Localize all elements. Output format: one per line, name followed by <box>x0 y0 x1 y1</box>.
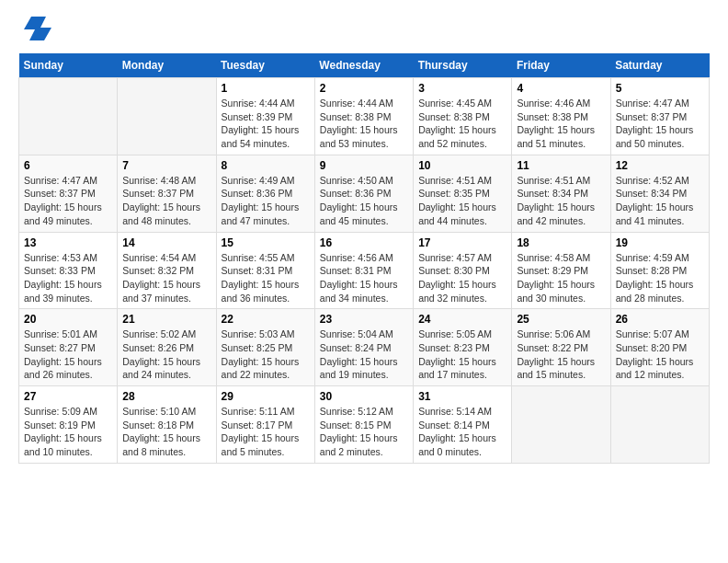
day-info: Sunrise: 5:03 AMSunset: 8:25 PMDaylight:… <box>222 327 310 382</box>
day-info: Sunrise: 4:56 AMSunset: 8:31 PMDaylight:… <box>320 251 408 305</box>
logo-icon <box>22 15 51 44</box>
calendar-cell: 16Sunrise: 4:56 AMSunset: 8:31 PMDayligh… <box>314 232 413 309</box>
day-info: Sunrise: 5:06 AMSunset: 8:22 PMDaylight:… <box>517 327 605 382</box>
day-info: Sunrise: 4:51 AMSunset: 8:35 PMDaylight:… <box>418 174 506 228</box>
day-info: Sunrise: 4:49 AMSunset: 8:36 PMDaylight:… <box>222 174 310 228</box>
day-number: 25 <box>517 313 605 326</box>
day-info: Sunrise: 4:51 AMSunset: 8:34 PMDaylight:… <box>517 174 605 228</box>
calendar-week-2: 6Sunrise: 4:47 AMSunset: 8:37 PMDaylight… <box>19 155 710 232</box>
calendar-cell: 1Sunrise: 4:44 AMSunset: 8:39 PMDaylight… <box>216 78 314 155</box>
day-info: Sunrise: 4:47 AMSunset: 8:37 PMDaylight:… <box>24 174 112 228</box>
calendar-cell <box>610 386 709 464</box>
day-number: 8 <box>222 159 310 172</box>
calendar-header-row: SundayMondayTuesdayWednesdayThursdayFrid… <box>19 53 710 78</box>
calendar-cell: 7Sunrise: 4:48 AMSunset: 8:37 PMDaylight… <box>118 155 216 232</box>
day-info: Sunrise: 4:53 AMSunset: 8:33 PMDaylight:… <box>24 251 112 305</box>
calendar-cell: 23Sunrise: 5:04 AMSunset: 8:24 PMDayligh… <box>314 309 413 386</box>
day-info: Sunrise: 5:12 AMSunset: 8:15 PMDaylight:… <box>320 405 408 459</box>
day-number: 23 <box>320 313 408 326</box>
calendar-cell: 9Sunrise: 4:50 AMSunset: 8:36 PMDaylight… <box>314 155 413 232</box>
calendar-cell: 13Sunrise: 4:53 AMSunset: 8:33 PMDayligh… <box>19 232 118 309</box>
calendar-cell: 15Sunrise: 4:55 AMSunset: 8:31 PMDayligh… <box>216 232 314 309</box>
day-info: Sunrise: 4:57 AMSunset: 8:30 PMDaylight:… <box>418 251 506 305</box>
weekday-header-friday: Friday <box>512 53 610 78</box>
calendar-cell: 14Sunrise: 4:54 AMSunset: 8:32 PMDayligh… <box>118 232 216 309</box>
weekday-header-thursday: Thursday <box>414 53 512 78</box>
day-number: 21 <box>122 313 210 326</box>
calendar-cell: 31Sunrise: 5:14 AMSunset: 8:14 PMDayligh… <box>414 386 512 464</box>
calendar-cell: 3Sunrise: 4:45 AMSunset: 8:38 PMDaylight… <box>414 78 512 155</box>
day-number: 2 <box>320 82 408 95</box>
calendar-cell: 20Sunrise: 5:01 AMSunset: 8:27 PMDayligh… <box>19 309 118 386</box>
logo <box>18 18 51 44</box>
day-info: Sunrise: 5:04 AMSunset: 8:24 PMDaylight:… <box>320 327 408 382</box>
calendar-cell <box>19 78 118 155</box>
calendar-cell: 11Sunrise: 4:51 AMSunset: 8:34 PMDayligh… <box>512 155 610 232</box>
day-info: Sunrise: 4:46 AMSunset: 8:38 PMDaylight:… <box>517 97 605 151</box>
calendar-cell: 25Sunrise: 5:06 AMSunset: 8:22 PMDayligh… <box>512 309 610 386</box>
calendar-cell: 17Sunrise: 4:57 AMSunset: 8:30 PMDayligh… <box>414 232 512 309</box>
day-number: 18 <box>517 236 605 249</box>
calendar-week-1: 1Sunrise: 4:44 AMSunset: 8:39 PMDaylight… <box>19 78 710 155</box>
calendar-cell: 30Sunrise: 5:12 AMSunset: 8:15 PMDayligh… <box>314 386 413 464</box>
calendar-cell: 26Sunrise: 5:07 AMSunset: 8:20 PMDayligh… <box>610 309 709 386</box>
calendar-week-4: 20Sunrise: 5:01 AMSunset: 8:27 PMDayligh… <box>19 309 710 386</box>
svg-marker-0 <box>24 17 51 40</box>
calendar-week-5: 27Sunrise: 5:09 AMSunset: 8:19 PMDayligh… <box>19 386 710 464</box>
day-number: 15 <box>222 236 310 249</box>
calendar-cell: 21Sunrise: 5:02 AMSunset: 8:26 PMDayligh… <box>118 309 216 386</box>
day-info: Sunrise: 4:47 AMSunset: 8:37 PMDaylight:… <box>616 97 704 151</box>
day-info: Sunrise: 4:58 AMSunset: 8:29 PMDaylight:… <box>517 251 605 305</box>
day-info: Sunrise: 5:05 AMSunset: 8:23 PMDaylight:… <box>418 327 506 382</box>
day-info: Sunrise: 4:48 AMSunset: 8:37 PMDaylight:… <box>122 174 210 228</box>
day-number: 30 <box>320 390 408 403</box>
day-number: 17 <box>418 236 506 249</box>
day-number: 9 <box>320 159 408 172</box>
day-info: Sunrise: 4:52 AMSunset: 8:34 PMDaylight:… <box>616 174 704 228</box>
calendar-cell: 27Sunrise: 5:09 AMSunset: 8:19 PMDayligh… <box>19 386 118 464</box>
day-number: 7 <box>122 159 210 172</box>
day-number: 27 <box>24 390 112 403</box>
day-number: 26 <box>616 313 704 326</box>
day-number: 10 <box>418 159 506 172</box>
day-info: Sunrise: 4:54 AMSunset: 8:32 PMDaylight:… <box>122 251 210 305</box>
day-number: 6 <box>24 159 112 172</box>
calendar-cell: 10Sunrise: 4:51 AMSunset: 8:35 PMDayligh… <box>414 155 512 232</box>
day-info: Sunrise: 4:45 AMSunset: 8:38 PMDaylight:… <box>418 97 506 151</box>
calendar-body: 1Sunrise: 4:44 AMSunset: 8:39 PMDaylight… <box>19 78 710 464</box>
day-number: 24 <box>418 313 506 326</box>
day-info: Sunrise: 5:11 AMSunset: 8:17 PMDaylight:… <box>222 405 310 459</box>
calendar-cell <box>512 386 610 464</box>
day-number: 3 <box>418 82 506 95</box>
calendar-cell: 18Sunrise: 4:58 AMSunset: 8:29 PMDayligh… <box>512 232 610 309</box>
calendar-cell: 29Sunrise: 5:11 AMSunset: 8:17 PMDayligh… <box>216 386 314 464</box>
weekday-header-saturday: Saturday <box>610 53 709 78</box>
day-number: 14 <box>122 236 210 249</box>
calendar-cell: 2Sunrise: 4:44 AMSunset: 8:38 PMDaylight… <box>314 78 413 155</box>
day-info: Sunrise: 5:02 AMSunset: 8:26 PMDaylight:… <box>122 327 210 382</box>
calendar-cell: 28Sunrise: 5:10 AMSunset: 8:18 PMDayligh… <box>118 386 216 464</box>
day-info: Sunrise: 4:59 AMSunset: 8:28 PMDaylight:… <box>616 251 704 305</box>
day-number: 4 <box>517 82 605 95</box>
day-number: 20 <box>24 313 112 326</box>
day-number: 31 <box>418 390 506 403</box>
day-info: Sunrise: 4:50 AMSunset: 8:36 PMDaylight:… <box>320 174 408 228</box>
day-number: 12 <box>616 159 704 172</box>
calendar-cell: 4Sunrise: 4:46 AMSunset: 8:38 PMDaylight… <box>512 78 610 155</box>
calendar-cell: 5Sunrise: 4:47 AMSunset: 8:37 PMDaylight… <box>610 78 709 155</box>
calendar-cell <box>118 78 216 155</box>
day-number: 22 <box>222 313 310 326</box>
day-number: 19 <box>616 236 704 249</box>
day-number: 16 <box>320 236 408 249</box>
calendar-week-3: 13Sunrise: 4:53 AMSunset: 8:33 PMDayligh… <box>19 232 710 309</box>
weekday-header-sunday: Sunday <box>19 53 118 78</box>
day-number: 13 <box>24 236 112 249</box>
day-number: 29 <box>222 390 310 403</box>
weekday-header-wednesday: Wednesday <box>314 53 413 78</box>
day-number: 5 <box>616 82 704 95</box>
day-info: Sunrise: 5:01 AMSunset: 8:27 PMDaylight:… <box>24 327 112 382</box>
weekday-header-monday: Monday <box>118 53 216 78</box>
day-info: Sunrise: 4:44 AMSunset: 8:38 PMDaylight:… <box>320 97 408 151</box>
day-number: 1 <box>222 82 310 95</box>
day-number: 28 <box>122 390 210 403</box>
